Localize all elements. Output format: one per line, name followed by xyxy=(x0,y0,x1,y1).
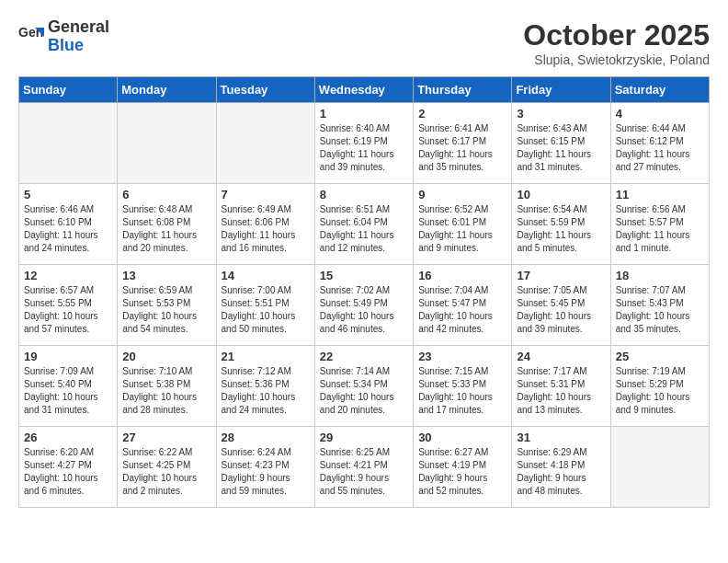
day-number: 14 xyxy=(222,269,310,282)
day-number: 1 xyxy=(320,107,408,121)
day-info: Sunrise: 6:52 AM Sunset: 6:01 PM Dayligh… xyxy=(418,203,506,255)
calendar-cell xyxy=(216,103,314,184)
weekday-header-thursday: Thursday xyxy=(414,77,512,103)
calendar-cell: 18Sunrise: 7:07 AM Sunset: 5:43 PM Dayli… xyxy=(610,265,709,346)
day-info: Sunrise: 6:27 AM Sunset: 4:19 PM Dayligh… xyxy=(418,446,506,498)
day-info: Sunrise: 6:44 AM Sunset: 6:12 PM Dayligh… xyxy=(616,122,704,174)
week-row-4: 19Sunrise: 7:09 AM Sunset: 5:40 PM Dayli… xyxy=(19,346,710,427)
day-info: Sunrise: 6:22 AM Sunset: 4:25 PM Dayligh… xyxy=(122,446,210,498)
day-info: Sunrise: 6:49 AM Sunset: 6:06 PM Dayligh… xyxy=(222,203,310,255)
weekday-header-saturday: Saturday xyxy=(610,77,709,103)
day-number: 11 xyxy=(616,188,704,201)
day-number: 25 xyxy=(616,350,704,363)
day-number: 23 xyxy=(418,350,506,363)
day-number: 31 xyxy=(517,431,605,444)
title-block: October 2025 Slupia, Swietokrzyskie, Pol… xyxy=(523,18,710,67)
location-subtitle: Slupia, Swietokrzyskie, Poland xyxy=(523,52,710,67)
day-info: Sunrise: 6:56 AM Sunset: 5:57 PM Dayligh… xyxy=(616,203,704,255)
day-number: 3 xyxy=(517,107,605,121)
day-number: 27 xyxy=(122,431,210,444)
day-info: Sunrise: 7:12 AM Sunset: 5:36 PM Dayligh… xyxy=(222,365,310,417)
day-info: Sunrise: 6:41 AM Sunset: 6:17 PM Dayligh… xyxy=(418,122,506,174)
calendar-cell: 10Sunrise: 6:54 AM Sunset: 5:59 PM Dayli… xyxy=(512,184,610,265)
calendar-cell: 29Sunrise: 6:25 AM Sunset: 4:21 PM Dayli… xyxy=(314,427,413,508)
day-number: 22 xyxy=(320,350,408,363)
day-number: 12 xyxy=(24,269,112,282)
day-number: 30 xyxy=(418,431,506,444)
calendar-cell: 24Sunrise: 7:17 AM Sunset: 5:31 PM Dayli… xyxy=(512,346,610,427)
calendar-cell: 23Sunrise: 7:15 AM Sunset: 5:33 PM Dayli… xyxy=(414,346,512,427)
calendar-cell: 27Sunrise: 6:22 AM Sunset: 4:25 PM Dayli… xyxy=(118,427,216,508)
day-info: Sunrise: 6:24 AM Sunset: 4:23 PM Dayligh… xyxy=(222,446,310,498)
day-number: 29 xyxy=(320,431,408,444)
calendar-cell: 13Sunrise: 6:59 AM Sunset: 5:53 PM Dayli… xyxy=(118,265,216,346)
day-info: Sunrise: 7:02 AM Sunset: 5:49 PM Dayligh… xyxy=(320,284,408,336)
calendar-cell: 19Sunrise: 7:09 AM Sunset: 5:40 PM Dayli… xyxy=(19,346,118,427)
calendar-cell: 17Sunrise: 7:05 AM Sunset: 5:45 PM Dayli… xyxy=(512,265,610,346)
day-info: Sunrise: 7:05 AM Sunset: 5:45 PM Dayligh… xyxy=(517,284,605,336)
calendar-cell: 15Sunrise: 7:02 AM Sunset: 5:49 PM Dayli… xyxy=(314,265,413,346)
calendar-cell: 5Sunrise: 6:46 AM Sunset: 6:10 PM Daylig… xyxy=(19,184,118,265)
day-info: Sunrise: 6:25 AM Sunset: 4:21 PM Dayligh… xyxy=(320,446,408,498)
day-info: Sunrise: 6:29 AM Sunset: 4:18 PM Dayligh… xyxy=(517,446,605,498)
logo: Gen General Blue xyxy=(18,18,109,55)
day-info: Sunrise: 6:59 AM Sunset: 5:53 PM Dayligh… xyxy=(122,284,210,336)
calendar-cell: 7Sunrise: 6:49 AM Sunset: 6:06 PM Daylig… xyxy=(216,184,314,265)
calendar-cell xyxy=(610,427,709,508)
day-number: 2 xyxy=(418,107,506,121)
weekday-header-wednesday: Wednesday xyxy=(314,77,413,103)
calendar-cell: 12Sunrise: 6:57 AM Sunset: 5:55 PM Dayli… xyxy=(19,265,118,346)
day-number: 24 xyxy=(517,350,605,363)
day-number: 20 xyxy=(122,350,210,363)
day-number: 17 xyxy=(517,269,605,282)
day-info: Sunrise: 6:43 AM Sunset: 6:15 PM Dayligh… xyxy=(517,122,605,174)
day-info: Sunrise: 6:54 AM Sunset: 5:59 PM Dayligh… xyxy=(517,203,605,255)
page-header: Gen General Blue October 2025 Slupia, Sw… xyxy=(18,18,710,67)
day-info: Sunrise: 7:09 AM Sunset: 5:40 PM Dayligh… xyxy=(24,365,112,417)
calendar-cell: 30Sunrise: 6:27 AM Sunset: 4:19 PM Dayli… xyxy=(414,427,512,508)
week-row-2: 5Sunrise: 6:46 AM Sunset: 6:10 PM Daylig… xyxy=(19,184,710,265)
day-number: 16 xyxy=(418,269,506,282)
week-row-5: 26Sunrise: 6:20 AM Sunset: 4:27 PM Dayli… xyxy=(19,427,710,508)
day-info: Sunrise: 7:19 AM Sunset: 5:29 PM Dayligh… xyxy=(616,365,704,417)
calendar-cell: 6Sunrise: 6:48 AM Sunset: 6:08 PM Daylig… xyxy=(118,184,216,265)
day-info: Sunrise: 6:48 AM Sunset: 6:08 PM Dayligh… xyxy=(122,203,210,255)
calendar-cell: 21Sunrise: 7:12 AM Sunset: 5:36 PM Dayli… xyxy=(216,346,314,427)
calendar-cell: 31Sunrise: 6:29 AM Sunset: 4:18 PM Dayli… xyxy=(512,427,610,508)
weekday-header-monday: Monday xyxy=(118,77,216,103)
day-info: Sunrise: 6:46 AM Sunset: 6:10 PM Dayligh… xyxy=(24,203,112,255)
day-number: 9 xyxy=(418,188,506,201)
day-info: Sunrise: 6:20 AM Sunset: 4:27 PM Dayligh… xyxy=(24,446,112,498)
calendar-cell: 11Sunrise: 6:56 AM Sunset: 5:57 PM Dayli… xyxy=(610,184,709,265)
week-row-1: 1Sunrise: 6:40 AM Sunset: 6:19 PM Daylig… xyxy=(19,103,710,184)
calendar-cell: 16Sunrise: 7:04 AM Sunset: 5:47 PM Dayli… xyxy=(414,265,512,346)
day-info: Sunrise: 6:57 AM Sunset: 5:55 PM Dayligh… xyxy=(24,284,112,336)
weekday-header-friday: Friday xyxy=(512,77,610,103)
day-info: Sunrise: 6:51 AM Sunset: 6:04 PM Dayligh… xyxy=(320,203,408,255)
calendar-cell: 9Sunrise: 6:52 AM Sunset: 6:01 PM Daylig… xyxy=(414,184,512,265)
logo-icon: Gen xyxy=(18,24,44,50)
calendar-cell xyxy=(19,103,118,184)
day-info: Sunrise: 7:15 AM Sunset: 5:33 PM Dayligh… xyxy=(418,365,506,417)
day-info: Sunrise: 7:07 AM Sunset: 5:43 PM Dayligh… xyxy=(616,284,704,336)
calendar-cell xyxy=(118,103,216,184)
calendar-cell: 8Sunrise: 6:51 AM Sunset: 6:04 PM Daylig… xyxy=(314,184,413,265)
day-number: 7 xyxy=(222,188,310,201)
calendar-cell: 14Sunrise: 7:00 AM Sunset: 5:51 PM Dayli… xyxy=(216,265,314,346)
calendar-cell: 25Sunrise: 7:19 AM Sunset: 5:29 PM Dayli… xyxy=(610,346,709,427)
calendar-cell: 20Sunrise: 7:10 AM Sunset: 5:38 PM Dayli… xyxy=(118,346,216,427)
calendar-cell: 28Sunrise: 6:24 AM Sunset: 4:23 PM Dayli… xyxy=(216,427,314,508)
weekday-header-tuesday: Tuesday xyxy=(216,77,314,103)
day-number: 6 xyxy=(122,188,210,201)
day-number: 13 xyxy=(122,269,210,282)
day-number: 21 xyxy=(222,350,310,363)
calendar-cell: 3Sunrise: 6:43 AM Sunset: 6:15 PM Daylig… xyxy=(512,103,610,184)
logo-blue-text: Blue xyxy=(48,37,109,55)
calendar-table: SundayMondayTuesdayWednesdayThursdayFrid… xyxy=(18,76,710,508)
month-title: October 2025 xyxy=(523,18,710,52)
day-number: 8 xyxy=(320,188,408,201)
day-number: 4 xyxy=(616,107,704,121)
day-number: 5 xyxy=(24,188,112,201)
logo-general-text: General xyxy=(48,18,109,37)
day-number: 19 xyxy=(24,350,112,363)
